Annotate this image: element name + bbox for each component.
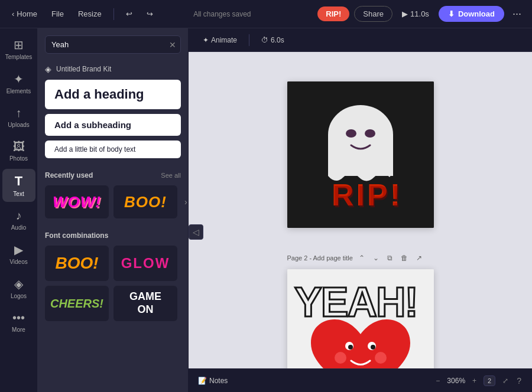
sidebar-item-text[interactable]: T Text: [2, 169, 35, 202]
sidebar-item-more[interactable]: ••• More: [2, 306, 35, 338]
download-button[interactable]: ⬇ Download: [439, 6, 504, 22]
boo-text: BOO!: [124, 193, 167, 211]
font-combo-glow[interactable]: GLOW: [113, 246, 177, 281]
font-combo-game-on[interactable]: GAMEON: [113, 286, 177, 321]
wow-text: WOW!: [53, 193, 101, 211]
page-next-button[interactable]: ⌄: [371, 253, 381, 263]
brand-kit-item[interactable]: ◈ Untitled Brand Kit: [38, 61, 188, 80]
sidebar-item-templates[interactable]: ⊞ Templates: [2, 33, 35, 65]
redo-icon: ↪: [147, 9, 153, 18]
page-share-button[interactable]: ↗: [414, 253, 424, 263]
animate-button[interactable]: ✦ Animate: [198, 34, 242, 47]
undo-button[interactable]: ↩: [121, 7, 137, 21]
sidebar-item-photos[interactable]: 🖼 Photos: [2, 135, 35, 166]
file-button[interactable]: File: [47, 7, 69, 21]
svg-point-4: [365, 129, 375, 138]
notes-button[interactable]: 📝 Notes: [198, 377, 228, 385]
sidebar-label-more: More: [12, 326, 25, 333]
redo-button[interactable]: ↪: [142, 7, 158, 21]
boo-orange-text: BOO!: [55, 254, 98, 273]
sidebar-item-audio[interactable]: ♪ Audio: [2, 204, 35, 236]
sub-toolbar: ✦ Animate ⏱ 6.0s: [189, 28, 532, 52]
add-body-button[interactable]: Add a little bit of body text: [45, 141, 181, 158]
sidebar-item-logos[interactable]: ◈ Logos: [2, 272, 35, 304]
more-options-button[interactable]: ···: [509, 5, 525, 22]
share-button[interactable]: Share: [354, 6, 392, 22]
fullscreen-button[interactable]: ⤢: [500, 375, 511, 386]
search-input[interactable]: [45, 35, 181, 54]
topbar-right: RIP! Share ▶ 11.0s ⬇ Download ···: [317, 5, 525, 22]
sidebar-item-videos[interactable]: ▶ Videos: [2, 238, 35, 270]
font-combinations-header: Font combinations: [38, 226, 188, 243]
sidebar-item-uploads[interactable]: ↑ Uploads: [2, 102, 35, 133]
sub-toolbar-sep: [249, 34, 249, 46]
svg-text:RIP!: RIP!: [333, 179, 404, 214]
main-layout: ⊞ Templates ✦ Elements ↑ Uploads 🖼 Photo…: [0, 28, 532, 392]
zoom-out-button[interactable]: −: [433, 375, 442, 386]
uploads-icon: ↑: [16, 106, 22, 120]
duration-sub-button[interactable]: ⏱ 6.0s: [257, 34, 289, 47]
rip-button[interactable]: RIP!: [317, 6, 349, 21]
search-clear-button[interactable]: ✕: [169, 40, 176, 50]
font-combinations-label: Font combinations: [45, 231, 108, 240]
page-delete-button[interactable]: 🗑: [398, 253, 410, 263]
canvas-page-1[interactable]: RIP! RIP!: [287, 81, 434, 228]
recently-used-grid: WOW! BOO! ›: [38, 183, 188, 226]
page-label-bar: Page 2 - Add page title ⌃ ⌄ ⧉ 🗑 ↗: [287, 253, 434, 263]
duration-button[interactable]: ▶ 11.0s: [397, 7, 434, 21]
zoom-in-button[interactable]: +: [470, 375, 479, 386]
help-button[interactable]: ?: [515, 375, 523, 387]
svg-point-14: [375, 352, 387, 364]
pages-wrapper: RIP! RIP! Page 2 - Add page title ⌃ ⌄ ⧉: [287, 64, 434, 368]
sidebar-label-logos: Logos: [11, 293, 27, 299]
see-all-button[interactable]: See all: [161, 172, 181, 179]
svg-point-3: [346, 129, 356, 138]
page-1-wrap: RIP! RIP!: [287, 81, 434, 228]
svg-point-12: [371, 345, 375, 349]
resize-button[interactable]: Resize: [73, 7, 106, 21]
font-combo-cheers[interactable]: CHEERS!: [45, 286, 109, 321]
glow-text: GLOW: [121, 255, 170, 272]
add-heading-button[interactable]: Add a heading: [45, 80, 181, 109]
sidebar-label-videos: Videos: [9, 259, 27, 265]
yeah-heart-illustration: YEAH!: [287, 269, 434, 368]
page-indicator: 2: [484, 375, 495, 386]
sidebar-label-photos: Photos: [9, 155, 28, 162]
add-subheading-button[interactable]: Add a subheading: [45, 114, 181, 136]
icon-sidebar: ⊞ Templates ✦ Elements ↑ Uploads 🖼 Photo…: [0, 28, 38, 392]
game-on-text: GAMEON: [129, 290, 161, 316]
recently-used-label: Recently used: [45, 171, 93, 179]
templates-icon: ⊞: [14, 38, 24, 52]
sidebar-item-elements[interactable]: ✦ Elements: [2, 67, 35, 99]
more-icon: •••: [12, 311, 25, 325]
page-copy-button[interactable]: ⧉: [385, 253, 395, 263]
next-arrow-button[interactable]: ›: [182, 195, 188, 209]
file-label: File: [51, 9, 64, 18]
home-button[interactable]: ‹ Home: [7, 7, 42, 21]
undo-icon: ↩: [126, 9, 132, 18]
svg-text:YEAH!: YEAH!: [294, 279, 417, 325]
sidebar-label-templates: Templates: [5, 54, 33, 60]
duration-label: 11.0s: [410, 9, 429, 18]
home-label: Home: [17, 9, 37, 18]
font-combo-boo[interactable]: BOO!: [45, 246, 109, 281]
brand-kit-label: Untitled Brand Kit: [56, 65, 111, 73]
hide-panel-button[interactable]: ◁: [189, 224, 203, 240]
videos-icon: ▶: [14, 243, 23, 257]
canvas-viewport[interactable]: RIP! RIP! Page 2 - Add page title ⌃ ⌄ ⧉: [189, 52, 532, 368]
home-chevron-icon: ‹: [12, 9, 14, 18]
text-thumb-boo[interactable]: BOO!: [113, 185, 177, 218]
text-thumb-wow[interactable]: WOW!: [45, 185, 109, 218]
canvas-page-2[interactable]: YEAH!: [287, 269, 434, 368]
sidebar-label-uploads: Uploads: [8, 122, 30, 128]
notes-icon: 📝: [198, 377, 207, 385]
notes-label: Notes: [209, 377, 228, 385]
bottom-bar: 📝 Notes − 306% + 2 ⤢ ?: [189, 368, 532, 392]
separator: [113, 8, 114, 20]
page-2-label: Page 2 - Add page title: [287, 254, 353, 262]
page-prev-button[interactable]: ⌃: [356, 253, 367, 263]
bottom-left: 📝 Notes: [198, 377, 228, 385]
cheers-text: CHEERS!: [50, 297, 103, 311]
animate-icon: ✦: [203, 36, 209, 44]
bottom-right: − 306% + 2 ⤢ ?: [433, 375, 523, 387]
